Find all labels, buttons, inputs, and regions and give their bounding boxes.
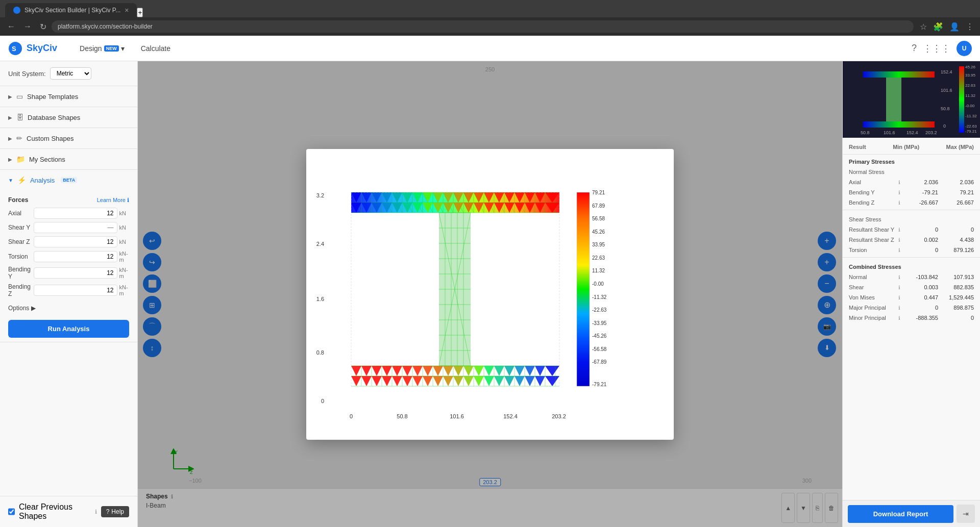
help-button[interactable]: ? Help xyxy=(101,506,129,517)
result-normal-min: -103.842 xyxy=(902,274,938,280)
section-my-sections-header[interactable]: ▶ 📁 My Sections xyxy=(0,149,137,169)
options-row[interactable]: Options ▶ xyxy=(8,300,129,316)
apps-icon-button[interactable]: ⋮⋮⋮ xyxy=(923,43,950,54)
main-content: Unit System: Metric Imperial ▶ ▭ Shape T… xyxy=(0,61,980,527)
x-axis-203: 203.2 xyxy=(552,413,566,419)
skyciv-logo-icon: S xyxy=(8,41,22,56)
force-torsion-label: Torsion xyxy=(8,253,32,260)
force-row-bending-z: Bending Z kN-m xyxy=(8,283,129,297)
legend-val-45: 45.26 xyxy=(592,229,605,235)
app: S SkyCiv Design NEW ▾ Calculate ? ⋮⋮⋮ U … xyxy=(0,36,980,527)
force-axial-input[interactable] xyxy=(34,208,117,219)
help-icon-button[interactable]: ? xyxy=(912,43,917,54)
svg-rect-186 xyxy=(959,66,964,133)
forward-button[interactable]: → xyxy=(20,20,35,33)
menu-button[interactable]: ⋮ xyxy=(964,21,976,33)
result-shear-info-icon[interactable]: ℹ xyxy=(898,285,900,290)
result-bendingz-info-icon[interactable]: ℹ xyxy=(898,200,900,206)
nav-icons: ☆ 🧩 👤 ⋮ xyxy=(918,21,976,33)
force-axial-label: Axial xyxy=(8,210,32,217)
force-row-axial: Axial kN xyxy=(8,208,129,219)
sidebar-bottom: Clear Previous Shapes ℹ ? Help xyxy=(0,496,137,527)
result-sheary-info-icon[interactable]: ℹ xyxy=(898,227,900,233)
legend-val-11: 11.32 xyxy=(592,268,605,273)
share-icon: ⇥ xyxy=(963,510,969,518)
svg-text:101.6: 101.6 xyxy=(884,130,895,135)
svg-text:50.8: 50.8 xyxy=(941,106,950,111)
reload-button[interactable]: ↻ xyxy=(37,20,50,34)
my-sections-label: My Sections xyxy=(29,156,65,163)
run-analysis-button[interactable]: Run Analysis xyxy=(8,320,129,338)
section-custom-shapes-header[interactable]: ▶ ✏ Custom Shapes xyxy=(0,128,137,148)
y-axis-0: 0 xyxy=(321,398,324,404)
force-bendingz-input[interactable] xyxy=(34,285,117,296)
x-axis-0: 0 xyxy=(350,413,353,419)
result-normal-info-icon[interactable]: ℹ xyxy=(898,274,900,280)
design-new-badge: NEW xyxy=(104,45,119,52)
back-button[interactable]: ← xyxy=(4,20,18,33)
download-report-button[interactable]: Download Report xyxy=(848,505,953,523)
result-row-minorprincipal: Minor Principal ℹ -888.355 0 xyxy=(843,313,980,323)
force-row-bending-y: Bending Y kN-m xyxy=(8,266,129,280)
primary-stresses-title: Primary Stresses xyxy=(843,155,980,167)
profile-button[interactable]: 👤 xyxy=(947,21,962,33)
result-shearz-info-icon[interactable]: ℹ xyxy=(898,237,900,243)
learn-more-link[interactable]: Learn More ℹ xyxy=(97,197,129,204)
share-button[interactable]: ⇥ xyxy=(957,505,975,523)
database-shapes-label: Database Shapes xyxy=(28,114,80,121)
bookmark-button[interactable]: ☆ xyxy=(918,21,929,33)
section-analysis-header[interactable]: ▼ ⚡ Analysis BETA xyxy=(0,170,137,190)
unit-system-select[interactable]: Metric Imperial xyxy=(50,67,91,80)
legend-val-n22: -22.63 xyxy=(592,307,607,313)
clear-shapes-checkbox[interactable] xyxy=(8,508,15,515)
result-row-bendingz: Bending Z ℹ -26.667 26.667 xyxy=(843,197,980,208)
svg-text:50.8: 50.8 xyxy=(861,130,870,135)
force-row-torsion: Torsion kN-m xyxy=(8,250,129,263)
result-row-torsion: Torsion ℹ 0 879.126 xyxy=(843,245,980,255)
svg-text:-0.00: -0.00 xyxy=(965,104,975,108)
svg-text:S: S xyxy=(12,45,16,53)
legend-val-79: 79.21 xyxy=(592,190,605,195)
result-bendingy-info-icon[interactable]: ℹ xyxy=(898,190,900,195)
calculate-nav-item[interactable]: Calculate xyxy=(135,41,177,56)
section-database-shapes-header[interactable]: ▶ 🗄 Database Shapes xyxy=(0,107,137,128)
force-axial-unit: kN xyxy=(119,210,130,216)
result-majorprincipal-info-icon[interactable]: ℹ xyxy=(898,305,900,311)
modal-overlay[interactable]: 203.2 152.4 101.6 50.8 0 0 50.8 101.6 15… xyxy=(138,61,842,527)
design-nav-item[interactable]: Design NEW ▾ xyxy=(74,41,131,56)
result-axial-info-icon[interactable]: ℹ xyxy=(898,180,900,185)
tab-title: SkyCiv Section Builder | SkyCiv P... xyxy=(24,7,120,14)
help-label: Help xyxy=(111,508,124,515)
result-vonmises-info-icon[interactable]: ℹ xyxy=(898,295,900,300)
section-shape-templates-header[interactable]: ▶ ▭ Shape Templates xyxy=(0,86,137,107)
avatar[interactable]: U xyxy=(957,41,972,56)
result-minorprincipal-info-icon[interactable]: ℹ xyxy=(898,315,900,321)
force-bendingy-input[interactable] xyxy=(34,267,117,279)
results-header: Result Min (MPa) Max (MPa) xyxy=(843,142,980,155)
result-shear-label: Shear xyxy=(849,284,898,290)
analysis-icon: ⚡ xyxy=(17,176,26,184)
svg-rect-176 xyxy=(886,78,901,121)
normal-stress-title: Normal Stress xyxy=(843,167,980,177)
force-shearz-input[interactable] xyxy=(34,236,117,247)
result-minorprincipal-min: -888.355 xyxy=(902,315,938,321)
result-torsion-min: 0 xyxy=(902,247,938,253)
tab-close-button[interactable]: × xyxy=(125,6,129,14)
force-torsion-input[interactable] xyxy=(34,251,117,262)
svg-text:152.4: 152.4 xyxy=(906,130,918,135)
result-shearz-min: 0.002 xyxy=(902,237,938,243)
shape-templates-label: Shape Templates xyxy=(27,93,78,101)
new-tab-button[interactable]: + xyxy=(137,8,143,17)
svg-text:22.63: 22.63 xyxy=(965,83,976,88)
force-sheary-input[interactable] xyxy=(34,222,117,233)
custom-shapes-label: Custom Shapes xyxy=(27,135,74,142)
address-bar[interactable] xyxy=(52,20,914,33)
result-bendingy-max: 79.21 xyxy=(938,189,974,195)
stress-plot-svg: 203.2 152.4 101.6 50.8 0 0 50.8 101.6 15… xyxy=(316,164,664,424)
svg-text:-79.21: -79.21 xyxy=(965,129,977,134)
browser-tab-active[interactable]: SkyCiv Section Builder | SkyCiv P... × xyxy=(5,3,137,17)
svg-rect-177 xyxy=(863,121,935,128)
extensions-button[interactable]: 🧩 xyxy=(931,21,945,33)
legend-val-0: -0.00 xyxy=(592,281,604,287)
result-torsion-info-icon[interactable]: ℹ xyxy=(898,247,900,253)
